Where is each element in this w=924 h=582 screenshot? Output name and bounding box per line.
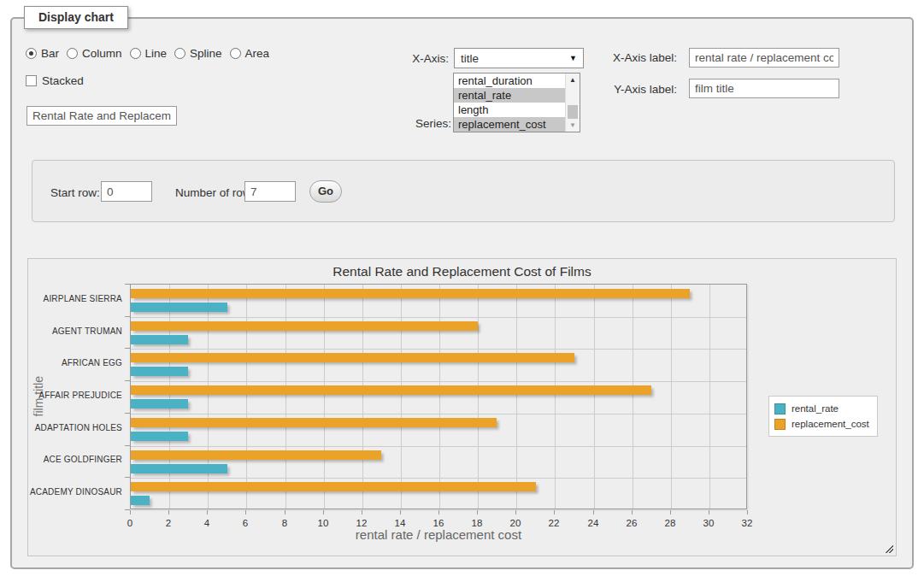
gridline-category-boundary	[131, 317, 746, 318]
start-row-input[interactable]	[101, 181, 152, 202]
bar-replacement_cost-affair-prejudice	[131, 385, 651, 395]
plot-area	[130, 284, 747, 509]
x-tick-mark-6	[245, 510, 246, 514]
panel-legend-title: Display chart	[24, 6, 128, 29]
y-tick-mark-3	[125, 380, 130, 381]
x-tick-mark-12	[362, 510, 362, 514]
stacked-label: Stacked	[42, 74, 84, 87]
x-tick-mark-4	[207, 510, 208, 514]
x-axis-select[interactable]: title ▼	[454, 48, 584, 68]
legend-row-replacement_cost: replacement_cost	[774, 416, 869, 432]
category-label-airplane-sierra: AIRPLANE SIERRA	[28, 294, 122, 303]
radio-spline[interactable]	[174, 48, 185, 59]
radio-area[interactable]	[230, 48, 241, 59]
gridline-x-8	[285, 285, 286, 509]
dropdown-arrow-icon: ▼	[569, 54, 577, 62]
series-options: rental_durationrental_ratelengthreplacem…	[454, 73, 580, 132]
category-label-agent-truman: AGENT TRUMAN	[28, 326, 122, 336]
bar-rental_rate-affair-prejudice	[131, 399, 188, 409]
series-option-replacement_cost[interactable]: replacement_cost	[454, 117, 565, 132]
scrollbar-thumb[interactable]	[568, 105, 578, 119]
x-tick-mark-2	[168, 510, 169, 514]
radio-label-column: Column	[82, 47, 122, 60]
series-option-rental_duration[interactable]: rental_duration	[454, 73, 565, 88]
series-option-rental_rate[interactable]: rental_rate	[454, 88, 565, 103]
gridline-x-14	[401, 285, 402, 509]
radio-label-bar: Bar	[41, 47, 59, 60]
series-scrollbar[interactable]: ▲ ▼	[565, 73, 580, 132]
series-option-length[interactable]: length	[454, 103, 565, 117]
series-listbox[interactable]: rental_durationrental_ratelengthreplacem…	[453, 73, 580, 132]
scroll-down-icon[interactable]: ▼	[566, 119, 580, 132]
stacked-checkbox[interactable]	[26, 75, 37, 86]
page: Display chart BarColumnLineSplineArea St…	[0, 0, 924, 582]
gridline-x-16	[439, 285, 440, 509]
x-axis-select-label: X-Axis:	[389, 52, 449, 65]
go-button[interactable]: Go	[309, 180, 342, 203]
chart-type-option-area[interactable]: Area	[230, 47, 270, 60]
gridline-x-26	[633, 285, 633, 509]
legend-label-replacement_cost: replacement_cost	[786, 419, 869, 429]
chart-type-radios: BarColumnLineSplineArea	[26, 47, 269, 60]
gridline-x-2	[169, 285, 170, 509]
bar-replacement_cost-ace-goldfinger	[131, 450, 381, 460]
series-listbox-label: Series:	[389, 117, 451, 130]
gridline-x-22	[555, 285, 556, 509]
bar-rental_rate-airplane-sierra	[131, 303, 227, 312]
number-of-rows-input[interactable]	[244, 181, 296, 202]
y-axis-label-input[interactable]	[689, 79, 839, 98]
y-tick-mark-1	[125, 316, 130, 317]
gridline-x-30	[709, 285, 710, 509]
chart-type-option-line[interactable]: Line	[130, 47, 168, 60]
start-row-label: Start row:	[50, 186, 100, 199]
bar-rental_rate-african-egg	[131, 367, 188, 376]
x-tick-mark-30	[709, 510, 709, 514]
y-tick-mark-4	[125, 413, 130, 414]
x-tick-mark-20	[515, 510, 516, 514]
y-axis-label-field-label: Y-Axis label:	[598, 83, 677, 96]
chart-title-input[interactable]	[26, 106, 177, 126]
y-tick-mark-2	[125, 348, 130, 349]
legend-swatch-replacement_cost	[774, 419, 786, 430]
x-tick-mark-32	[747, 510, 748, 514]
radio-line[interactable]	[130, 48, 141, 59]
x-tick-mark-0	[130, 510, 131, 514]
gridline-category-boundary	[131, 381, 746, 382]
legend-label-rental_rate: rental_rate	[786, 403, 839, 414]
gridline-x-20	[516, 285, 517, 509]
radio-column[interactable]	[67, 48, 78, 59]
radio-label-spline: Spline	[190, 47, 222, 60]
y-tick-mark-5	[125, 445, 130, 446]
bar-rental_rate-academy-dinosaur	[131, 496, 150, 505]
x-tick-mark-18	[477, 510, 478, 514]
x-tick-mark-8	[285, 510, 285, 514]
chart-type-option-spline[interactable]: Spline	[174, 47, 222, 60]
scroll-up-icon[interactable]: ▲	[566, 73, 580, 86]
x-tick-mark-14	[400, 510, 401, 514]
x-axis-title: rental rate / replacement cost	[130, 527, 747, 542]
bar-rental_rate-adaptation-holes	[131, 432, 188, 441]
chart-title: Rental Rate and Replacement Cost of Film…	[28, 264, 896, 279]
radio-bar[interactable]	[26, 48, 37, 59]
chart-type-option-column[interactable]: Column	[67, 47, 122, 60]
resize-handle-icon[interactable]	[884, 544, 893, 553]
bar-replacement_cost-adaptation-holes	[131, 418, 497, 427]
bar-replacement_cost-academy-dinosaur	[131, 482, 536, 491]
row-controls-box	[32, 160, 895, 222]
y-tick-mark-0	[125, 284, 130, 285]
radio-dot	[29, 51, 33, 56]
bar-rental_rate-ace-goldfinger	[131, 464, 227, 473]
legend-row-rental_rate: rental_rate	[774, 401, 869, 416]
chart-type-option-bar[interactable]: Bar	[26, 47, 59, 60]
bar-replacement_cost-african-egg	[131, 353, 574, 362]
gridline-x-18	[478, 285, 479, 509]
x-axis-label-input[interactable]	[689, 48, 839, 68]
gridline-category-boundary	[131, 478, 746, 479]
x-tick-mark-22	[554, 510, 555, 514]
x-tick-mark-16	[438, 510, 439, 514]
radio-label-area: Area	[245, 47, 270, 60]
gridline-category-boundary	[131, 349, 746, 350]
stacked-checkbox-row[interactable]: Stacked	[26, 74, 84, 87]
bar-rental_rate-agent-truman	[131, 335, 188, 344]
category-label-african-egg: AFRICAN EGG	[28, 358, 122, 367]
